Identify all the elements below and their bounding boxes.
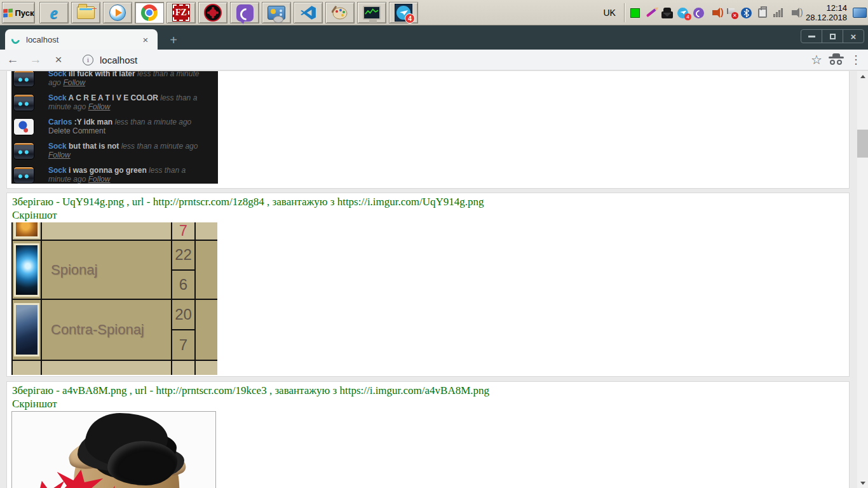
taskbar-item-chrome[interactable] [135,2,164,24]
loading-spinner-icon [10,34,21,45]
arrow-down-icon [860,482,865,485]
comment-text: ill fuck with it later [69,71,135,78]
scrollbar-up-button[interactable] [857,71,868,81]
tab-close-icon[interactable]: × [140,34,151,45]
unit-value: 6 [172,271,194,299]
tray-clock[interactable]: 12:14 28.12.2018 [804,3,848,22]
bluetooth-tray-icon[interactable] [741,7,752,18]
viber-icon [236,4,254,22]
table-row: 7 [13,222,217,241]
coal-lumps-graphic [107,441,177,485]
comment-follow-link: Follow [88,175,111,184]
taskbar-item-vscode[interactable] [294,2,323,24]
taskbar-item-paint[interactable] [325,2,355,24]
taskbar-item-file-explorer[interactable] [71,2,100,24]
log-entry-text: Зберігаю - UqY914g.png , url - http://pr… [7,193,849,208]
bookmark-star-icon[interactable]: ☆ [811,52,822,67]
taskbar-item-filezilla[interactable]: FZ [166,2,196,24]
chat-comment: Sock i was gonna go green less than a mi… [13,166,212,184]
comment-meta: less than a minute ago [121,142,198,151]
unit-value: 7 [172,330,194,360]
viber-tray-icon[interactable] [693,7,705,18]
forward-button[interactable]: → [25,51,46,69]
browser-toolbar: ← → × i localhost ☆ ⋮ [0,50,868,71]
chat-comment: Sock A C R E A T I V E COLOR less than a… [13,94,212,111]
spy-unit-icon [14,243,39,297]
start-button[interactable]: Пуск [2,2,35,24]
log-entry-text: Зберігаю - a4vBA8M.png , url - http://pr… [7,382,849,397]
clipboard-tray-icon[interactable] [757,7,768,18]
show-desktop-icon[interactable] [853,8,867,18]
recording-tray-icon[interactable] [630,7,641,18]
game-table-screenshot: 7 Spionaj 226 Contra-Spionaj 207 7 [11,222,217,375]
log-entry-card: Зберігаю - UqY914g.png , url - http://pr… [6,193,850,377]
address-text[interactable]: localhost [100,55,811,65]
taskbar-item-game-launcher[interactable] [198,2,227,24]
speaker-tray-icon[interactable] [789,7,800,18]
page-scrollbar[interactable] [857,71,868,488]
tab-localhost[interactable]: localhost × [5,29,158,50]
arrow-up-icon [860,75,865,78]
unit-value: 7 [172,222,194,240]
restore-icon [830,34,836,39]
telegram-icon: 4 [395,4,412,22]
comment-text: but that is not [69,142,119,151]
avatar-carlos [13,118,34,135]
chat-comment: Sock ill fuck with it later less than a … [13,71,212,87]
unit-value: 20 [172,300,194,330]
swirl-unit-icon [14,222,39,238]
table-row: 7 [13,361,217,375]
comment-username: Sock [48,166,67,175]
system-monitor-icon [363,4,381,22]
taskbar-item-telegram[interactable]: 4 [389,2,418,24]
menu-icon[interactable]: ⋮ [850,53,862,67]
language-indicator[interactable]: UK [599,8,619,18]
unit-value: 22 [172,241,194,271]
page-content: Sock ill fuck with it later less than a … [0,71,857,488]
chrome-icon [140,4,158,22]
taskbar-item-system-monitor[interactable] [357,2,386,24]
screenshot-link[interactable]: Скріншот [7,208,849,222]
comment-username: Sock [48,71,67,78]
screenshot-link[interactable]: Скріншот [7,397,849,410]
volume-active-tray-icon[interactable] [709,7,721,18]
scrollbar-thumb[interactable] [857,130,868,158]
clock-date: 28.12.2018 [806,13,847,22]
unit-name: Contra-Spionaj [42,300,172,360]
restore-button[interactable] [822,30,843,43]
start-label: Пуск [15,8,34,18]
network-error-tray-icon[interactable] [725,7,736,18]
unit-name [42,222,172,240]
taskbar-item-media-player[interactable] [103,2,132,24]
chat-comment: Sock but that is not less than a minute … [13,142,212,159]
comment-username: Carlos [48,118,72,126]
display-settings-icon [268,4,285,22]
table-cell-cut [196,241,217,299]
comment-delete-link: Delete Comment [48,127,208,136]
telegram-tray-badge: 4 [684,13,691,20]
paint-palette-icon [331,4,349,22]
taskbar-item-display-settings[interactable] [262,2,291,24]
filezilla-icon: FZ [172,4,190,22]
log-entry-card: Sock ill fuck with it later less than a … [6,71,850,189]
signal-tray-icon[interactable] [773,7,784,18]
mail-agent-tray-icon[interactable] [661,7,673,18]
table-cell-cut [196,222,217,240]
scrollbar-down-button[interactable] [857,478,868,488]
stop-button[interactable]: × [48,51,69,69]
page-info-icon[interactable]: i [83,55,93,65]
back-button[interactable]: ← [3,51,23,69]
taskbar-item-internet-explorer[interactable]: e [39,2,69,24]
unit-name: Spionaj [42,241,172,299]
close-button[interactable]: × [843,30,864,43]
minimize-button[interactable] [801,30,822,43]
window-controls: × [801,29,864,43]
telegram-tray-icon[interactable]: 4 [677,7,689,18]
new-tab-button[interactable]: + [165,32,182,48]
incognito-icon [829,54,844,65]
avatar-sock [13,166,34,184]
comment-username: Sock [48,93,67,102]
comment-meta: less than a minute ago [115,118,192,126]
pencil-tray-icon[interactable] [646,7,657,18]
taskbar-item-viber[interactable] [230,2,259,24]
